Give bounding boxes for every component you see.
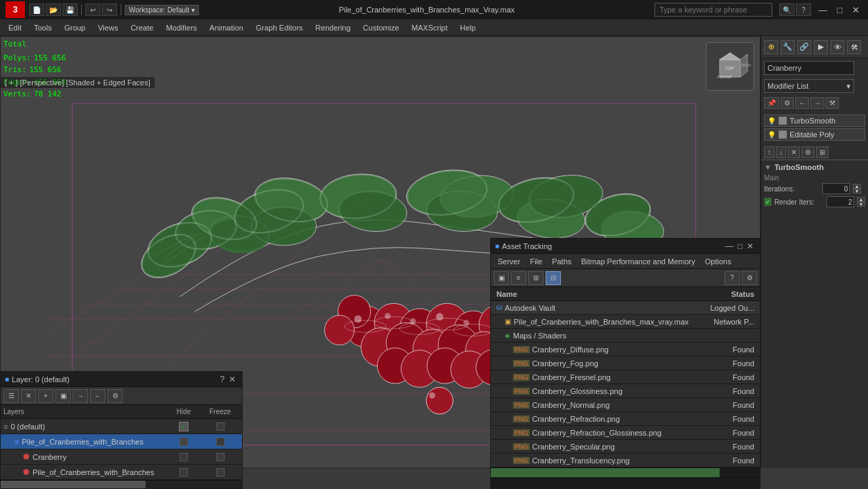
asset-maximize-btn[interactable]: □ bbox=[736, 241, 745, 251]
close-btn[interactable]: ✕ bbox=[849, 5, 862, 15]
layers-delete-btn[interactable]: ✕ bbox=[21, 389, 36, 403]
layers-question-btn[interactable]: ? bbox=[218, 375, 227, 384]
layers-filter-btn[interactable]: ⚙ bbox=[107, 389, 123, 403]
mod-move-down-btn[interactable]: ↓ bbox=[776, 146, 786, 158]
iterations-input[interactable] bbox=[822, 183, 850, 194]
object-name-input[interactable] bbox=[764, 61, 854, 75]
asset-btn-1[interactable]: ≡ bbox=[511, 271, 526, 285]
asset-row-maps[interactable]: ◈ Maps / Shaders bbox=[491, 329, 760, 343]
asset-close-btn[interactable]: ✕ bbox=[745, 241, 756, 251]
menu-modifiers[interactable]: Modifiers bbox=[160, 22, 202, 33]
search-input[interactable] bbox=[654, 3, 772, 17]
layer1-freeze[interactable] bbox=[216, 438, 225, 446]
rp-motion-btn[interactable]: ▶ bbox=[814, 40, 828, 54]
new-file-btn[interactable]: 📄 bbox=[29, 3, 44, 16]
layers-close-btn[interactable]: ✕ bbox=[227, 375, 238, 384]
layers-scrollbar[interactable] bbox=[1, 480, 242, 488]
layer-row-cranberry[interactable]: ⬟ Cranberry bbox=[1, 449, 242, 465]
render-iters-spinner[interactable]: ▲ ▼ bbox=[857, 197, 865, 207]
asset-help-btn[interactable]: ? bbox=[724, 271, 740, 285]
asset-btn-3[interactable]: ⊟ bbox=[546, 271, 561, 285]
iter-up-btn[interactable]: ▲ bbox=[853, 184, 861, 189]
asset-row-vault[interactable]: ⛁ Autodesk Vault Logged Ou... bbox=[491, 301, 760, 315]
mod-check-0[interactable] bbox=[779, 117, 787, 125]
mod-pin-btn[interactable]: 📌 bbox=[764, 97, 779, 109]
menu-maxscript[interactable]: MAXScript bbox=[406, 22, 453, 33]
layer1-hide[interactable] bbox=[180, 438, 188, 446]
asset-minimize-btn[interactable]: — bbox=[723, 241, 736, 251]
mod-cfg-btn[interactable]: ⚒ bbox=[826, 97, 839, 109]
modifier-editpoly[interactable]: 💡 Editable Poly bbox=[764, 128, 865, 141]
workspace-selector[interactable]: Workspace: Default ▾ bbox=[125, 5, 199, 15]
asset-row-normal[interactable]: PNG Cranberry_Normal.png Found bbox=[491, 398, 760, 412]
menu-animation[interactable]: Animation bbox=[204, 22, 249, 33]
redo-btn[interactable]: ↪ bbox=[102, 3, 117, 16]
layers-add-btn[interactable]: + bbox=[38, 389, 53, 403]
layers-select-btn[interactable]: ▣ bbox=[55, 389, 71, 403]
asset-menu-bitmap[interactable]: Bitmap Performance and Memory bbox=[577, 256, 699, 267]
rp-create-btn[interactable]: ⊕ bbox=[764, 40, 778, 54]
layer3-hide[interactable] bbox=[180, 468, 188, 477]
asset-btn-0[interactable]: ▣ bbox=[494, 271, 509, 285]
rp-utility-btn[interactable]: 🛠 bbox=[847, 40, 861, 54]
render-iters-check[interactable]: ✓ bbox=[764, 198, 772, 206]
layer0-freeze[interactable] bbox=[216, 422, 225, 431]
asset-row-refraction[interactable]: PNG Cranberry_Refraction.png Found bbox=[491, 412, 760, 426]
layer2-freeze[interactable] bbox=[216, 453, 225, 461]
layer2-hide[interactable] bbox=[180, 453, 188, 461]
rp-display-btn[interactable]: 👁 bbox=[831, 40, 844, 54]
asset-btn-2[interactable]: ⊞ bbox=[528, 271, 544, 285]
riter-up-btn[interactable]: ▲ bbox=[857, 197, 865, 202]
menu-customize[interactable]: Customize bbox=[358, 22, 405, 33]
menu-graph-editors[interactable]: Graph Editors bbox=[250, 22, 309, 33]
asset-row-specular[interactable]: PNG Cranberry_Specular.png Found bbox=[491, 440, 760, 454]
layer-row-pile[interactable]: ≡ Pile_of_Cranberries_with_Branches bbox=[1, 434, 242, 449]
maximize-btn[interactable]: □ bbox=[834, 5, 845, 15]
open-file-btn[interactable]: 📂 bbox=[46, 3, 61, 16]
iterations-spinner[interactable]: ▲ ▼ bbox=[853, 184, 861, 194]
layer0-check[interactable]: ✓ bbox=[179, 422, 189, 431]
menu-create[interactable]: Create bbox=[125, 22, 159, 33]
mod-move-up-btn[interactable]: ↑ bbox=[764, 146, 774, 158]
mod-delete-btn[interactable]: ✕ bbox=[788, 146, 800, 158]
menu-group[interactable]: Group bbox=[59, 22, 92, 33]
modifier-list-dropdown[interactable]: Modifier List ▾ bbox=[764, 79, 854, 93]
rp-hierarchy-btn[interactable]: 🔗 bbox=[797, 40, 811, 54]
right-panel-scroll[interactable]: Modifier List ▾ 📌 ⚙ ← → ⚒ 💡 TurboSmooth bbox=[761, 58, 868, 468]
menu-tools[interactable]: Tools bbox=[28, 22, 58, 33]
layers-move-btn[interactable]: → bbox=[73, 389, 88, 403]
mod-settings-btn[interactable]: ⚙ bbox=[781, 97, 794, 109]
modifier-turbosm[interactable]: 💡 TurboSmooth bbox=[764, 114, 865, 127]
asset-row-refract-gloss[interactable]: PNG Cranberry_Refraction_Glossiness.png … bbox=[491, 426, 760, 440]
iter-down-btn[interactable]: ▼ bbox=[853, 189, 861, 194]
layers-move2-btn[interactable]: ← bbox=[90, 389, 105, 403]
turbos-expand-icon[interactable]: ▼ bbox=[764, 163, 772, 171]
asset-row-file[interactable]: ▣ Pile_of_Cranberries_with_Branches_max_… bbox=[491, 315, 760, 329]
asset-row-translucency[interactable]: PNG Cranberry_Translucency.png Found bbox=[491, 454, 760, 467]
asset-menu-file[interactable]: File bbox=[526, 256, 546, 267]
layer-row-default[interactable]: ≡ 0 (default) ✓ bbox=[1, 419, 242, 434]
mod-config2-btn[interactable]: ⚙ bbox=[801, 146, 815, 158]
layer3-freeze[interactable] bbox=[216, 468, 225, 477]
mod-nav-btn[interactable]: ← bbox=[795, 97, 809, 109]
asset-row-glossiness[interactable]: PNG Cranberry_Glossiness.png Found bbox=[491, 384, 760, 398]
save-btn[interactable]: 💾 bbox=[62, 3, 78, 16]
minimize-btn[interactable]: — bbox=[815, 5, 830, 15]
render-iters-input[interactable] bbox=[826, 196, 854, 207]
menu-edit[interactable]: Edit bbox=[3, 22, 27, 33]
undo-btn[interactable]: ↩ bbox=[85, 3, 101, 16]
asset-menu-paths[interactable]: Paths bbox=[548, 256, 575, 267]
asset-settings-btn[interactable]: ⚙ bbox=[742, 271, 757, 285]
menu-rendering[interactable]: Rendering bbox=[310, 22, 356, 33]
mod-nav2-btn[interactable]: → bbox=[810, 97, 824, 109]
menu-views[interactable]: Views bbox=[92, 22, 123, 33]
rp-modify-btn[interactable]: 🔧 bbox=[781, 40, 795, 54]
layer-row-pile2[interactable]: ⬟ Pile_of_Cranberries_with_Branches bbox=[1, 465, 242, 480]
search-btn[interactable]: 🔍 bbox=[779, 3, 795, 16]
asset-row-fog[interactable]: PNG Cranberry_Fog.png Found bbox=[491, 357, 760, 370]
asset-menu-server[interactable]: Server bbox=[494, 256, 524, 267]
help-btn[interactable]: ? bbox=[796, 3, 811, 16]
menu-help[interactable]: Help bbox=[455, 22, 482, 33]
mod-check-1[interactable] bbox=[779, 130, 787, 139]
nav-cube[interactable]: TOP FRONT RIGHT bbox=[706, 42, 754, 91]
